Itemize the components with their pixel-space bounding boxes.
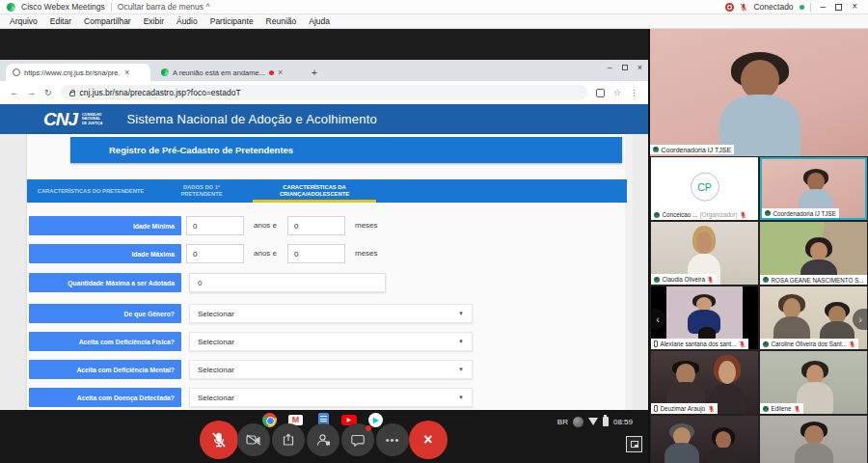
active-speaker-video[interactable]: Coordenadoria IJ TJSE bbox=[650, 29, 868, 156]
deficiencia-mental-select[interactable]: Selecionar ▼ bbox=[189, 360, 473, 379]
browser-tab-sna[interactable]: https://www.cnj.jus.br/sna/pre... × bbox=[6, 64, 150, 81]
menu-compartilhar[interactable]: Compartilhar bbox=[84, 16, 131, 26]
idade-maxima-anos-input[interactable] bbox=[186, 244, 244, 263]
reload-icon[interactable]: ↻ bbox=[44, 88, 52, 97]
cnj-logo: CNJ bbox=[43, 109, 77, 130]
idade-minima-meses-input[interactable] bbox=[287, 216, 345, 235]
webex-cam-icon bbox=[765, 210, 771, 216]
tab-caracteristicas-pretendente[interactable]: CARACTERÍSTICAS DO PRETENDENTE bbox=[27, 179, 154, 203]
idade-maxima-meses-input[interactable] bbox=[287, 244, 345, 263]
forward-icon[interactable]: → bbox=[27, 88, 36, 97]
participant-tile-edilene[interactable]: Edilene bbox=[760, 351, 867, 414]
webex-cam-icon bbox=[654, 212, 660, 218]
genero-select[interactable]: Selecionar ▼ bbox=[189, 304, 473, 323]
webex-logo-icon bbox=[7, 3, 15, 12]
participant-tile-deuzimar[interactable]: Deuzimar Araujo bbox=[651, 351, 758, 414]
browser-menu-icon[interactable]: ⋮ bbox=[630, 88, 638, 97]
participant-tile-enilva[interactable]: Enilva Gonçalves Dias Viei... bbox=[760, 416, 867, 463]
minimize-button[interactable]: – bbox=[817, 2, 830, 12]
participant-tile-conceicao[interactable]: CP Conceicao ... (Organizador) bbox=[651, 157, 758, 220]
divider bbox=[111, 3, 112, 12]
back-icon[interactable]: ← bbox=[10, 88, 18, 97]
wifi-icon bbox=[588, 418, 598, 425]
app-title: Cisco Webex Meetings bbox=[21, 2, 105, 12]
field-label: Quantidade Máxima a ser Adotada bbox=[29, 273, 181, 292]
browser-addressbar: ← → ↻ cnj.jus.br/sna/precadastro.jsp?foc… bbox=[0, 81, 648, 104]
device-icon bbox=[654, 340, 658, 347]
muted-mic-icon bbox=[740, 211, 746, 219]
participants-button[interactable] bbox=[307, 423, 339, 456]
menu-audio[interactable]: Áudio bbox=[176, 16, 198, 26]
idade-minima-anos-input[interactable] bbox=[186, 216, 244, 235]
system-tray[interactable]: BR 08:59 bbox=[557, 415, 633, 428]
menu-exibir[interactable]: Exibir bbox=[144, 16, 164, 26]
url-field[interactable]: cnj.jus.br/sna/precadastro.jsp?foco=esta… bbox=[61, 85, 587, 100]
participant-tile-caroline[interactable]: Caroline Oliveira dos Sant... bbox=[760, 286, 867, 349]
browser-minimize-button[interactable]: – bbox=[608, 63, 612, 72]
more-options-button[interactable]: ••• bbox=[376, 423, 409, 456]
globe-icon bbox=[13, 68, 20, 76]
mute-button[interactable] bbox=[200, 421, 238, 459]
muted-mic-icon bbox=[739, 340, 746, 348]
clock: 08:59 bbox=[613, 418, 633, 426]
chrome-icon[interactable] bbox=[262, 413, 278, 428]
restore-button[interactable] bbox=[835, 4, 842, 11]
menu-reuniao[interactable]: Reunião bbox=[266, 16, 297, 26]
webex-favicon-icon bbox=[161, 68, 169, 76]
new-tab-button[interactable]: + bbox=[305, 64, 322, 81]
chat-button[interactable] bbox=[341, 423, 374, 456]
chevron-down-icon: ▼ bbox=[458, 311, 464, 316]
participant-tile-coordenadoria[interactable]: Coordenadoria IJ TJSE bbox=[760, 157, 867, 220]
device-icon bbox=[654, 405, 658, 412]
menu-arquivo[interactable]: Arquivo bbox=[10, 16, 38, 26]
share-screen-button[interactable] bbox=[272, 423, 305, 456]
bookmark-star-icon[interactable]: ☆ bbox=[613, 88, 621, 97]
tab-close-icon[interactable]: × bbox=[278, 68, 283, 77]
camera-button[interactable] bbox=[237, 423, 270, 456]
close-button[interactable]: × bbox=[848, 2, 861, 12]
layout-toggle-button[interactable] bbox=[626, 436, 642, 452]
page-action-icon[interactable] bbox=[596, 89, 605, 97]
muted-mic-icon bbox=[707, 276, 714, 284]
scroll-right-button[interactable]: › bbox=[853, 309, 868, 330]
connection-status: Conectado bbox=[753, 2, 793, 12]
webex-menubar: Arquivo Editar Compartilhar Exibir Áudio… bbox=[0, 14, 868, 29]
menu-editar[interactable]: Editar bbox=[50, 16, 71, 26]
menu-participante[interactable]: Participante bbox=[210, 16, 254, 26]
participant-tile-emerson[interactable]: Emerson Pereira bbox=[651, 416, 758, 463]
browser-close-button[interactable]: × bbox=[637, 63, 642, 72]
participant-tile-claudia[interactable]: Claudia Oliveira bbox=[651, 222, 758, 285]
muted-mic-icon bbox=[849, 340, 855, 348]
tray-avatar-icon bbox=[573, 417, 583, 427]
muted-mic-icon bbox=[794, 405, 800, 413]
deficiencia-fisica-select[interactable]: Selecionar ▼ bbox=[189, 332, 473, 351]
participant-tile-alexiane[interactable]: Alexiane santana dos sant... bbox=[651, 286, 758, 349]
webex-cam-icon bbox=[653, 147, 659, 152]
doenca-detectada-select[interactable]: Selecionar ▼ bbox=[189, 388, 473, 407]
participant-tile-rosa[interactable]: ROSA GEANE NASCIMENTO S... bbox=[760, 222, 867, 285]
browser-tabstrip: https://www.cnj.jus.br/sna/pre... × A re… bbox=[0, 60, 648, 81]
tab-recording-icon bbox=[269, 70, 274, 75]
hide-menubar-toggle[interactable]: Ocultar barra de menus ^ bbox=[118, 2, 210, 12]
chevron-down-icon: ▼ bbox=[458, 395, 464, 400]
chevron-up-icon: ^ bbox=[205, 2, 209, 12]
browser-restore-button[interactable] bbox=[622, 65, 628, 70]
shared-screen: https://www.cnj.jus.br/sna/pre... × A re… bbox=[0, 29, 648, 463]
tab-close-icon[interactable]: × bbox=[124, 68, 129, 77]
field-label: Aceita com Deficiência Física? bbox=[29, 332, 181, 351]
cnj-logo-caption: CONSELHO NACIONAL DE JUSTIÇA bbox=[82, 113, 102, 125]
menu-ajuda[interactable]: Ajuda bbox=[309, 16, 330, 26]
unit-meses: meses bbox=[355, 221, 378, 230]
leave-meeting-button[interactable]: × bbox=[409, 421, 448, 459]
muted-mic-icon bbox=[740, 3, 747, 12]
tab-dados-pretendente[interactable]: DADOS DO 1º PRETENDENTE bbox=[154, 179, 249, 203]
quantidade-maxima-input[interactable] bbox=[189, 273, 386, 292]
avatar: CP bbox=[691, 172, 719, 201]
browser-tab-webex[interactable]: A reunião está em andame... × bbox=[154, 64, 301, 81]
webex-cam-icon bbox=[763, 406, 769, 412]
chevron-down-icon: ▼ bbox=[458, 339, 464, 344]
webex-cam-icon bbox=[654, 277, 660, 283]
battery-icon bbox=[603, 417, 609, 426]
page-title: Sistema Nacional de Adoção e Acolhimento bbox=[126, 112, 377, 126]
tab-caracteristicas-crianca[interactable]: CARACTERÍSTICAS DA CRIANÇA/ADOLESCENTE bbox=[249, 179, 380, 203]
